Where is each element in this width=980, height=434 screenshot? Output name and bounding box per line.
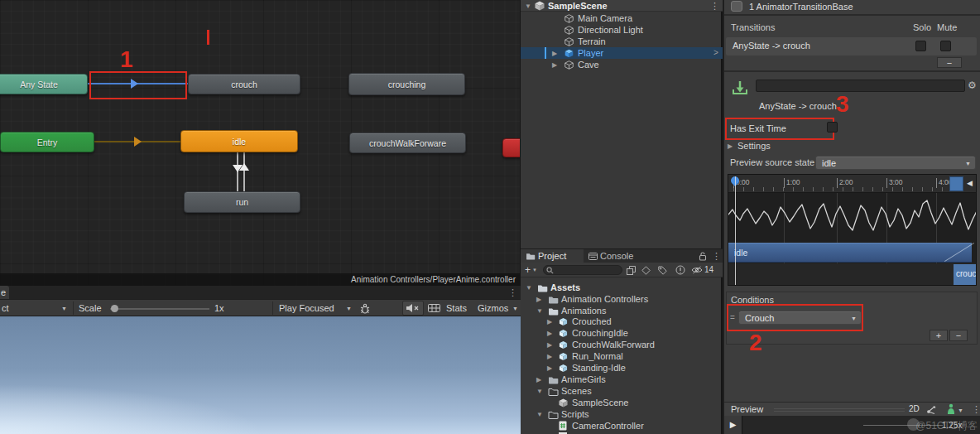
game-kebab-icon[interactable]: ⋮ — [508, 287, 517, 298]
solo-checkbox[interactable] — [915, 41, 926, 51]
project-kebab-icon[interactable]: ⋮ — [712, 251, 721, 262]
tree-item-animegirls[interactable]: ▶ AnimeGirls — [521, 374, 723, 385]
tree-item-run-normal[interactable]: ▶ Run_Normal — [521, 350, 723, 362]
transition-range-handle[interactable] — [949, 176, 963, 191]
preview-kebab-icon[interactable]: ⋮ — [972, 404, 980, 415]
play-focused-dropdown[interactable]: Play Focused — [279, 303, 334, 313]
foldout-closed-icon[interactable]: ▶ — [547, 353, 552, 360]
tab-project[interactable]: Project — [521, 249, 584, 263]
state-node-idle[interactable]: idle — [180, 130, 298, 152]
transition-idle-to-run[interactable] — [237, 152, 238, 192]
tab-console[interactable]: Console — [585, 249, 646, 263]
chevron-right-icon[interactable]: > — [713, 48, 718, 57]
hierarchy-scene-header[interactable]: ▼ SampleScene ⋮ — [521, 0, 723, 12]
transition-list-row[interactable]: AnyState -> crouch — [726, 37, 977, 55]
tree-item-crouchwalkforward[interactable]: ▶ CrouchWalkForward — [521, 339, 723, 350]
hierarchy-kebab-icon[interactable]: ⋮ — [710, 1, 719, 12]
tree-item-animation-controllers[interactable]: ▶ Animation Controllers — [521, 293, 723, 305]
prefab-filter-icon[interactable] — [641, 266, 651, 275]
clip-bar-idle[interactable]: idle — [728, 243, 972, 263]
create-plus-button[interactable]: + — [525, 264, 531, 276]
foldout-closed-icon[interactable]: ▶ — [536, 296, 541, 303]
state-node-crouchwalkforware[interactable]: crouchWalkForware — [349, 133, 466, 153]
stats-button[interactable]: Stats — [446, 303, 467, 313]
transition-name-field[interactable] — [756, 80, 965, 92]
alert-icon[interactable] — [675, 265, 685, 275]
foldout-closed-icon[interactable]: ▶ — [547, 364, 552, 372]
state-node-crouch[interactable]: crouch — [188, 74, 300, 94]
grid-overlay-icon[interactable] — [428, 304, 440, 312]
foldout-open-icon[interactable]: ▼ — [526, 284, 532, 292]
hierarchy-item-cave[interactable]: ▶ Cave — [521, 59, 723, 70]
preview-2d-button[interactable]: 2D — [909, 404, 920, 413]
foldout-open-icon[interactable]: ▼ — [536, 307, 543, 315]
foldout-closed-icon[interactable]: ▶ — [552, 61, 557, 69]
aspect-dropdown[interactable]: ct — [2, 303, 9, 313]
scale-slider-track[interactable] — [110, 308, 209, 310]
scale-slider-thumb[interactable] — [111, 305, 118, 312]
transition-arrow-icon[interactable] — [134, 137, 142, 147]
chevron-down-icon[interactable]: ▼ — [512, 306, 518, 311]
transition-run-to-idle[interactable] — [243, 152, 245, 192]
avatar-icon[interactable] — [946, 403, 956, 415]
gear-icon[interactable]: ⚙ — [968, 80, 977, 91]
preview-play-button[interactable]: ▶ — [724, 416, 742, 434]
tree-item-scripts[interactable]: ▼ Scripts — [521, 408, 723, 420]
pivot-axis-icon[interactable] — [925, 405, 937, 415]
hierarchy-item-directional-light[interactable]: Directional Light — [521, 24, 723, 36]
remove-transition-button[interactable]: − — [937, 57, 962, 68]
state-node-partial[interactable] — [502, 138, 521, 157]
foldout-open-icon[interactable]: ▼ — [536, 411, 543, 418]
foldout-closed-icon[interactable]: ▶ — [536, 376, 541, 383]
animator-graph-panel[interactable]: Any State crouch crouching Entry idle cr… — [0, 0, 521, 286]
foldout-closed-icon[interactable]: ▶ — [547, 341, 552, 349]
eye-off-icon[interactable] — [691, 266, 703, 274]
tree-item-cameracontroller[interactable]: CameraController — [521, 420, 723, 432]
debug-bug-icon[interactable] — [359, 302, 371, 314]
foldout-closed-icon[interactable]: ▶ — [547, 330, 552, 337]
chevron-down-icon[interactable]: ▼ — [346, 306, 352, 311]
audio-mute-button[interactable] — [402, 301, 424, 316]
remove-condition-button[interactable]: − — [949, 330, 968, 341]
foldout-closed-icon[interactable]: ▶ — [728, 142, 733, 150]
foldout-closed-icon[interactable]: ▶ — [547, 318, 552, 326]
foldout-open-icon[interactable]: ▼ — [536, 388, 543, 395]
playhead-line[interactable] — [735, 176, 736, 286]
tab-game-partial[interactable]: e — [0, 286, 9, 299]
chevron-down-icon[interactable]: ▼ — [61, 306, 67, 311]
tree-item-crouched[interactable]: ▶ Crouched — [521, 316, 723, 327]
rewind-marker-icon[interactable]: ◀ — [967, 179, 973, 187]
hierarchy-item-terrain[interactable]: Terrain — [521, 36, 723, 47]
foldout-closed-icon[interactable]: ▶ — [552, 50, 557, 57]
foldout-open-icon[interactable]: ▼ — [525, 2, 531, 10]
chevron-down-icon[interactable]: ▼ — [958, 407, 963, 413]
search-input[interactable] — [543, 265, 622, 275]
state-node-entry[interactable]: Entry — [0, 132, 94, 152]
tree-item-crouchingidle[interactable]: ▶ CrouchingIdle — [521, 327, 723, 339]
gizmos-dropdown[interactable]: Gizmos — [478, 303, 508, 313]
add-condition-button[interactable]: + — [930, 330, 948, 341]
chevron-down-icon[interactable]: ▼ — [532, 268, 537, 272]
label-tag-icon[interactable] — [658, 266, 667, 275]
tree-item-samplescene[interactable]: SampleScene — [521, 397, 723, 408]
tree-item-assets[interactable]: ▼ Assets — [521, 282, 723, 293]
has-exit-time-checkbox[interactable] — [827, 122, 838, 133]
open-new-window-icon[interactable] — [627, 266, 636, 275]
tree-item-animations[interactable]: ▼ Animations — [521, 305, 723, 316]
clip-track-2[interactable]: crouch — [728, 263, 977, 286]
state-node-any-state[interactable]: Any State — [0, 74, 88, 94]
game-viewport[interactable] — [0, 316, 521, 434]
preview-header[interactable]: Preview 2D ▼ ⋮ — [724, 402, 980, 416]
tree-item-standing-idle[interactable]: ▶ Standing-Idle — [521, 362, 723, 374]
hierarchy-item-player[interactable]: ▶ Player > — [521, 47, 723, 59]
settings-foldout[interactable]: Settings — [737, 141, 771, 151]
timeline-ruler[interactable]: 0:00 1:00 2:00 3:00 4:00 ◀ — [728, 175, 977, 193]
clip-bar-crouch[interactable]: crouch — [954, 264, 977, 285]
state-node-crouching[interactable]: crouching — [348, 73, 465, 95]
padlock-icon[interactable] — [699, 252, 707, 261]
hierarchy-item-main-camera[interactable]: Main Camera — [521, 12, 723, 24]
preview-source-dropdown[interactable]: idle ▼ — [815, 156, 976, 170]
mute-checkbox[interactable] — [940, 41, 951, 51]
state-node-run[interactable]: run — [184, 191, 300, 213]
transition-timeline[interactable]: 0:00 1:00 2:00 3:00 4:00 ◀ idle — [728, 174, 977, 286]
